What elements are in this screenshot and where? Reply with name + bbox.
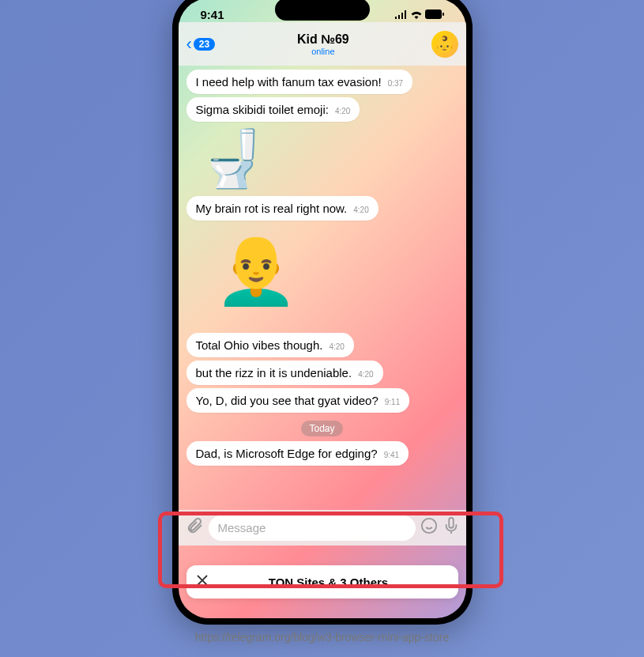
message-bubble[interactable]: I need help with fanum tax evasion! 0:37 [186, 70, 413, 94]
message-time: 4:20 [358, 370, 373, 379]
miniapp-bar[interactable]: TON Sites & 3 Others [186, 565, 458, 598]
message-input[interactable]: Message [209, 515, 416, 541]
svg-point-2 [421, 518, 435, 532]
header-title-area[interactable]: Kid №69 online [215, 32, 431, 56]
chevron-left-icon: ‹ [186, 34, 192, 55]
sticker-toilet[interactable]: 🚽 [198, 131, 458, 187]
message-text: but the rizz in it is undeniable. [196, 366, 352, 379]
wifi-icon [410, 8, 423, 21]
sticker-icon[interactable] [420, 517, 438, 539]
sticker-face[interactable]: 👨‍🦲 [214, 230, 458, 309]
phone-frame: 9:41 ‹ 23 Kid №69 online [172, 0, 473, 625]
mic-icon[interactable] [443, 517, 460, 539]
message-text: Yo, D, did you see that gyat video? [196, 394, 378, 407]
chat-body[interactable]: I need help with fanum tax evasion! 0:37… [179, 66, 466, 508]
status-icons [394, 8, 444, 21]
cellular-icon [394, 8, 408, 21]
message-time: 9:41 [384, 451, 399, 459]
image-caption: https://telegram.org/blog/w3-browser-min… [0, 631, 644, 644]
date-divider: Today [186, 421, 458, 436]
message-bubble[interactable]: Dad, is Microsoft Edge for edging? 9:41 [186, 441, 409, 466]
chat-status: online [215, 47, 431, 56]
message-bubble[interactable]: My brain rot is real right now. 4:20 [186, 196, 378, 221]
status-time: 9:41 [201, 8, 224, 21]
svg-rect-1 [443, 13, 444, 16]
avatar[interactable]: 👶 [431, 31, 458, 58]
message-time: 4:20 [329, 342, 344, 351]
message-time: 4:20 [353, 206, 368, 214]
message-text: Total Ohio vibes though. [196, 338, 323, 352]
close-button[interactable] [196, 574, 209, 591]
message-time: 9:11 [385, 398, 400, 406]
message-time: 0:37 [388, 79, 403, 88]
battery-icon [425, 8, 444, 21]
message-text: Dad, is Microsoft Edge for edging? [196, 447, 378, 460]
attach-icon[interactable] [185, 516, 204, 540]
phone-screen: 9:41 ‹ 23 Kid №69 online [179, 0, 466, 618]
message-bubble[interactable]: Yo, D, did you see that gyat video? 9:11 [186, 388, 410, 413]
message-time: 4:20 [335, 107, 350, 115]
back-button[interactable]: ‹ 23 [186, 34, 216, 55]
phone-notch [275, 0, 370, 21]
svg-rect-0 [425, 9, 442, 19]
unread-badge: 23 [194, 38, 215, 51]
input-placeholder: Message [218, 521, 266, 534]
message-bubble[interactable]: but the rizz in it is undeniable. 4:20 [186, 361, 383, 385]
message-text: My brain rot is real right now. [196, 202, 348, 215]
date-label: Today [301, 421, 342, 436]
message-text: Sigma skibidi toilet emoji: [196, 103, 329, 116]
message-bubble[interactable]: Sigma skibidi toilet emoji: 4:20 [186, 97, 360, 122]
avatar-emoji: 👶 [435, 35, 454, 54]
message-input-area: Message [179, 510, 466, 546]
chat-title: Kid №69 [215, 32, 431, 47]
message-text: I need help with fanum tax evasion! [196, 75, 382, 89]
message-bubble[interactable]: Total Ohio vibes though. 4:20 [186, 333, 354, 357]
miniapp-title: TON Sites & 3 Others [209, 576, 449, 589]
